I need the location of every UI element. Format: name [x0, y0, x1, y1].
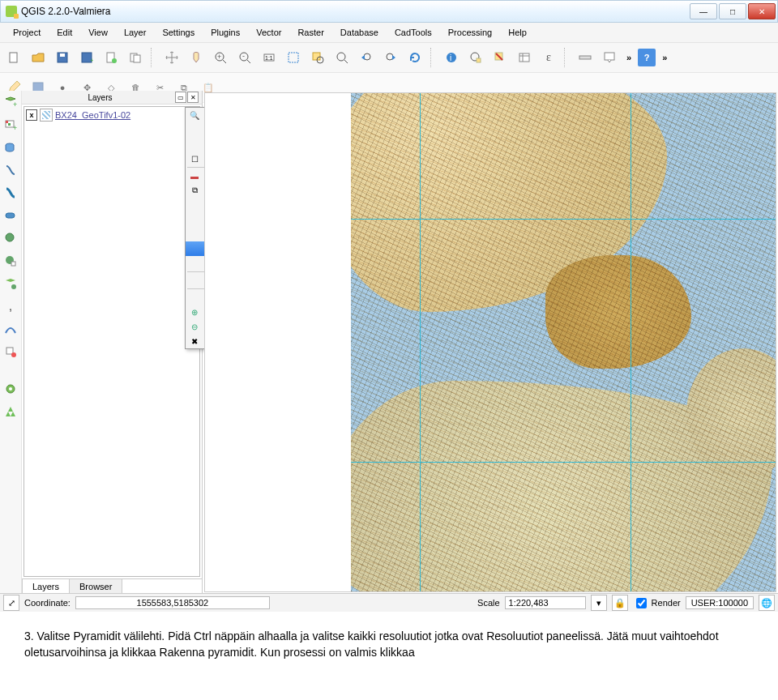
zoom-selection-button[interactable] — [307, 47, 328, 68]
scale-lock-button[interactable]: 🔒 — [612, 595, 628, 611]
svg-rect-0 — [10, 53, 17, 62]
refresh-button[interactable] — [404, 47, 425, 68]
toolbar-overflow-1[interactable]: » — [623, 53, 635, 62]
zoom-layer-button[interactable] — [331, 47, 353, 68]
select-button[interactable] — [465, 47, 486, 68]
menu-vector[interactable]: Vector — [248, 26, 289, 39]
minimize-button[interactable]: — — [690, 3, 717, 19]
add-wcs-button[interactable] — [2, 252, 19, 270]
undock-button[interactable]: ▭ — [175, 92, 186, 103]
save-button[interactable] — [52, 47, 73, 68]
tab-browser[interactable]: Browser — [69, 578, 122, 594]
new-shapefile-button[interactable] — [2, 320, 19, 338]
add-vector-layer-button[interactable]: + — [2, 93, 19, 111]
remove-icon: ▬ — [189, 170, 200, 181]
zoom-out-button[interactable]: - — [234, 47, 255, 68]
measure-button[interactable] — [575, 47, 596, 68]
svg-rect-8 — [134, 55, 140, 62]
menu-database[interactable]: Database — [332, 26, 387, 39]
maptips-button[interactable] — [599, 47, 620, 68]
new-composer-button[interactable] — [100, 47, 122, 68]
epsilon-button[interactable]: ε — [538, 47, 559, 68]
coordinate-input[interactable] — [75, 596, 270, 609]
maximize-button[interactable]: □ — [719, 3, 746, 19]
menu-raster[interactable]: Raster — [289, 26, 331, 39]
add-oracle-button[interactable] — [2, 207, 19, 224]
menu-project[interactable]: Project — [5, 26, 49, 39]
svg-line-21 — [344, 60, 348, 63]
deselect-button[interactable] — [489, 47, 511, 68]
menu-edit[interactable]: Edit — [49, 26, 80, 39]
order-icon: ✖ — [189, 335, 200, 347]
new-project-button[interactable] — [3, 47, 24, 68]
add-wms-button[interactable] — [2, 229, 19, 247]
identify-button[interactable]: i — [441, 47, 462, 68]
coordinate-label: Coordinate: — [24, 598, 71, 608]
menu-processing[interactable]: Processing — [440, 26, 500, 39]
zoom-last-button[interactable] — [356, 47, 377, 68]
add-raster-layer-button[interactable]: + — [2, 116, 19, 134]
toolbar-overflow-2[interactable]: » — [659, 53, 670, 62]
grass-button[interactable] — [2, 403, 19, 420]
menu-settings[interactable]: Settings — [154, 26, 203, 39]
svg-rect-38 — [6, 121, 8, 123]
zoom-in-button[interactable]: + — [210, 47, 231, 68]
zoom-next-button[interactable] — [380, 47, 401, 68]
svg-text:+: + — [90, 57, 93, 64]
crs-display[interactable]: USER:100000 — [686, 596, 754, 609]
toolbar-file: + + - 1:1 i ε » ? » — [0, 43, 778, 73]
svg-line-13 — [247, 60, 250, 63]
pan-button[interactable] — [161, 47, 182, 68]
add-mssql-button[interactable] — [2, 184, 19, 202]
zoom-full-button[interactable] — [283, 47, 304, 68]
instruction-text: 3. Valitse Pyramidit välilehti. Pidä Ctr… — [0, 612, 778, 661]
layer-visibility-checkbox[interactable]: x — [26, 109, 37, 121]
add-spatialite-button[interactable] — [2, 161, 19, 179]
open-project-button[interactable] — [28, 47, 49, 68]
svg-rect-42 — [6, 213, 15, 218]
svg-rect-27 — [477, 58, 481, 62]
svg-rect-30 — [519, 53, 529, 62]
zoom-native-button[interactable]: 1:1 — [259, 47, 280, 68]
render-checkbox[interactable] — [636, 598, 647, 608]
menu-help[interactable]: Help — [500, 26, 535, 39]
layer-item[interactable]: x BX24_GeoTifv1-02 — [26, 109, 198, 122]
manage-layers-toolbar: + + , — [0, 91, 22, 594]
scale-dropdown-button[interactable]: ▾ — [591, 595, 607, 611]
svg-text:1:1: 1:1 — [265, 55, 273, 61]
layer-tree[interactable]: x BX24_GeoTifv1-02 🔍Zoom to Layer Extent… — [24, 106, 200, 577]
remove-layer-button[interactable] — [2, 343, 19, 361]
close-panel-button[interactable]: ✕ — [187, 92, 199, 103]
crs-button[interactable]: 🌐 — [759, 595, 775, 611]
zoom-icon: 🔍 — [189, 109, 200, 121]
svg-text:+: + — [217, 53, 221, 61]
svg-rect-2 — [60, 53, 65, 57]
menu-cadtools[interactable]: CadTools — [387, 26, 440, 39]
scale-input[interactable] — [505, 596, 586, 609]
checkbox-icon: ☐ — [189, 153, 200, 164]
toggle-extents-button[interactable]: ⤢ — [3, 595, 19, 611]
composer-manager-button[interactable] — [125, 47, 146, 68]
tab-layers[interactable]: Layers — [22, 578, 70, 594]
layer-name[interactable]: BX24_GeoTifv1-02 — [55, 110, 130, 120]
statusbar: ⤢ Coordinate: Scale ▾ 🔒 Render USER:1000… — [0, 593, 778, 612]
window-title: QGIS 2.2.0-Valmiera — [21, 6, 110, 17]
gps-button[interactable] — [2, 380, 19, 398]
menu-plugins[interactable]: Plugins — [203, 26, 248, 39]
save-as-button[interactable]: + — [76, 47, 97, 68]
add-postgis-button[interactable] — [2, 139, 19, 156]
app-icon — [6, 6, 17, 17]
menu-layer[interactable]: Layer — [116, 26, 155, 39]
add-wfs-button[interactable] — [2, 275, 19, 292]
close-button[interactable]: ✕ — [748, 3, 776, 19]
pan-selection-button[interactable] — [186, 47, 207, 68]
svg-line-10 — [223, 60, 226, 63]
layers-panel-title: Layers — [25, 93, 175, 102]
help-button[interactable]: ? — [638, 49, 656, 66]
attribute-button[interactable] — [514, 47, 535, 68]
collapse-icon: ⊖ — [189, 321, 200, 332]
menu-view[interactable]: View — [80, 26, 116, 39]
svg-rect-47 — [6, 348, 13, 354]
add-delimited-button[interactable]: , — [2, 297, 19, 315]
map-canvas[interactable] — [204, 92, 776, 592]
